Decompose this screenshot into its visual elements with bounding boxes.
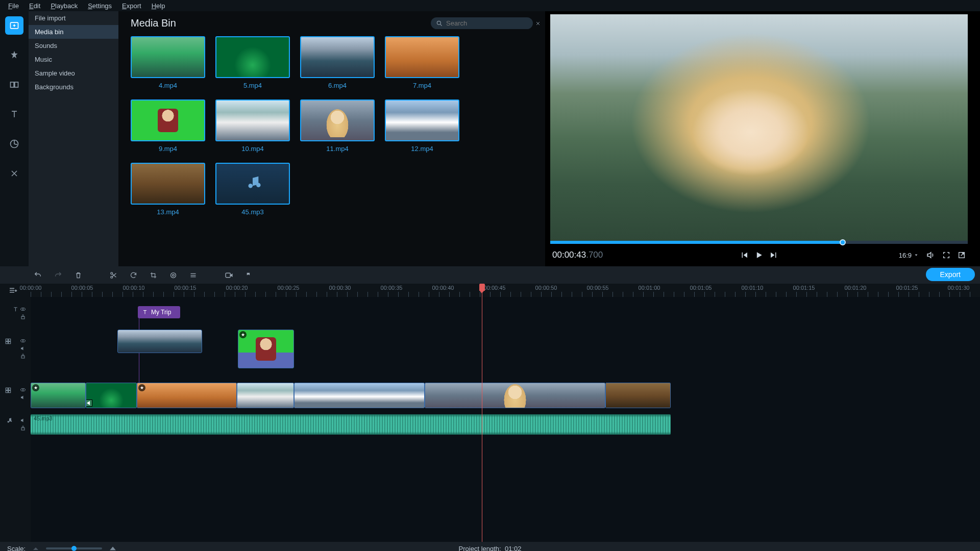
search-box[interactable] (431, 17, 533, 29)
more-tools-icon[interactable] (5, 164, 23, 183)
fullscreen-icon[interactable] (942, 251, 950, 259)
menu-file[interactable]: File (3, 1, 24, 11)
crop-button[interactable] (150, 271, 157, 279)
menu-export[interactable]: Export (117, 1, 146, 11)
video-clip[interactable] (605, 383, 671, 408)
media-label: 45.mp3 (241, 208, 263, 216)
overlay-clip[interactable] (117, 330, 202, 353)
media-item[interactable]: 6.mp4 (300, 36, 375, 89)
media-item[interactable]: 10.mp4 (215, 99, 290, 153)
popout-icon[interactable] (958, 251, 966, 259)
media-item[interactable]: 5.mp4 (215, 36, 290, 89)
redo-button[interactable] (54, 271, 62, 279)
media-item[interactable]: 13.mp4 (131, 163, 205, 216)
media-panel-media-bin[interactable]: Media bin (29, 25, 118, 39)
video-clip[interactable] (294, 383, 425, 408)
ruler-label: 00:00:40 (432, 285, 454, 291)
media-panel-backgrounds[interactable]: Backgrounds (29, 80, 118, 94)
menu-settings[interactable]: Settings (83, 1, 117, 11)
speaker-icon[interactable] (20, 394, 26, 400)
media-thumb[interactable] (215, 163, 290, 205)
media-thumb[interactable] (131, 163, 205, 205)
volume-icon[interactable] (926, 251, 935, 260)
scale-slider[interactable] (46, 547, 102, 549)
video-track-controls[interactable] (15, 387, 31, 400)
media-item[interactable]: 4.mp4 (131, 36, 205, 89)
record-button[interactable] (225, 271, 233, 280)
rotate-button[interactable] (130, 271, 137, 279)
media-thumb[interactable] (215, 99, 290, 141)
svg-rect-26 (6, 391, 8, 393)
undo-button[interactable] (34, 271, 42, 279)
preview-screen[interactable] (550, 14, 968, 241)
transitions-icon[interactable] (5, 76, 23, 94)
eye-icon[interactable] (20, 338, 26, 344)
media-thumb[interactable] (215, 36, 290, 78)
video-clip[interactable] (425, 383, 605, 408)
menu-playback[interactable]: Playback (45, 1, 83, 11)
title-track[interactable]: My Trip (31, 306, 980, 321)
marker-button[interactable] (246, 271, 252, 279)
media-item[interactable]: 7.mp4 (385, 36, 459, 89)
clip-properties-button[interactable] (189, 271, 197, 279)
color-button[interactable] (169, 271, 177, 279)
import-icon[interactable] (5, 16, 23, 35)
lock-icon[interactable] (20, 353, 26, 359)
titles-icon[interactable] (5, 105, 23, 123)
eye-icon[interactable] (20, 306, 26, 312)
lock-icon[interactable] (20, 314, 26, 320)
media-panel-sounds[interactable]: Sounds (29, 39, 118, 53)
prev-frame-button[interactable] (740, 251, 749, 260)
media-thumb[interactable] (385, 36, 459, 78)
media-item[interactable]: 45.mp3 (215, 163, 290, 216)
audio-clip[interactable]: 45.mp3 (31, 414, 671, 435)
menu-help[interactable]: Help (146, 1, 170, 11)
media-thumb[interactable] (300, 99, 375, 141)
audio-track-controls[interactable] (15, 417, 31, 431)
audio-track[interactable]: 45.mp3 (31, 414, 980, 436)
video-clip[interactable]: ★ (137, 383, 237, 408)
media-thumb[interactable] (131, 99, 205, 141)
title-clip[interactable]: My Trip (138, 306, 180, 318)
media-thumb[interactable] (300, 36, 375, 78)
export-button[interactable]: Export (926, 268, 975, 281)
next-frame-button[interactable] (769, 251, 778, 260)
media-thumb[interactable] (131, 36, 205, 78)
filters-icon[interactable] (5, 46, 23, 64)
delete-button[interactable] (75, 271, 82, 279)
media-panel-file-import[interactable]: File import (29, 11, 118, 25)
media-item[interactable]: 12.mp4 (385, 99, 459, 153)
title-track-controls[interactable] (15, 306, 31, 320)
overlay-track-controls[interactable] (15, 338, 31, 359)
overlay-track[interactable]: ★ (31, 330, 980, 375)
video-clip[interactable]: ★ (31, 383, 86, 408)
add-track-button[interactable] (8, 286, 17, 295)
menu-edit[interactable]: Edit (24, 1, 45, 11)
preview-pane: 00:00:43.700 16:9 (545, 11, 980, 266)
media-item[interactable]: 11.mp4 (300, 99, 375, 153)
video-clip[interactable] (86, 383, 137, 408)
timeline-ruler[interactable]: 00:00:0000:00:0500:00:1000:00:1500:00:20… (0, 284, 980, 297)
speaker-icon[interactable] (20, 345, 26, 352)
transition-marker[interactable] (86, 399, 92, 407)
playhead[interactable] (482, 284, 482, 542)
media-panel-sample-video[interactable]: Sample video (29, 66, 118, 80)
overlay-clip[interactable]: ★ (238, 330, 294, 368)
eye-icon[interactable] (20, 387, 26, 393)
split-button[interactable] (110, 271, 117, 279)
search-input[interactable] (446, 19, 532, 27)
aspect-ratio-selector[interactable]: 16:9 (899, 252, 919, 259)
video-clip[interactable] (237, 383, 294, 408)
play-button[interactable] (754, 250, 764, 260)
media-item[interactable]: 9.mp4 (131, 99, 205, 153)
media-thumb[interactable] (385, 99, 459, 141)
zoom-out-icon[interactable] (33, 546, 39, 551)
media-panel-music[interactable]: Music (29, 53, 118, 66)
speaker-icon[interactable] (20, 417, 26, 423)
stickers-icon[interactable] (5, 135, 23, 153)
lock-icon[interactable] (20, 425, 26, 431)
zoom-in-icon[interactable] (109, 545, 116, 551)
timeline[interactable]: My Trip ★ ★★ 45.mp3 (0, 297, 980, 542)
clear-search-icon[interactable] (535, 20, 541, 27)
video-track[interactable]: ★★ (31, 383, 980, 409)
